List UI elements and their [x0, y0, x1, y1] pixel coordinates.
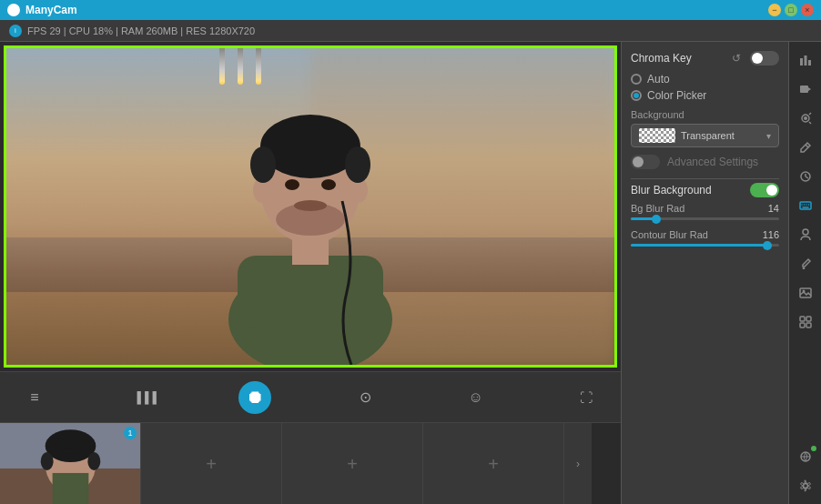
- svg-point-39: [803, 229, 808, 235]
- video-content: [6, 48, 614, 365]
- svg-point-9: [285, 179, 299, 190]
- divider-1: [631, 178, 779, 179]
- bg-blur-rad-label: Bg Blur Rad: [631, 203, 684, 214]
- color-picker-radio-dot: [631, 90, 642, 101]
- svg-rect-20: [800, 58, 803, 66]
- svg-rect-17: [53, 473, 89, 504]
- bg-blur-rad-slider-row: Bg Blur Rad 14: [631, 203, 779, 220]
- svg-rect-43: [806, 317, 811, 321]
- svg-point-48: [803, 484, 807, 489]
- add-source-4[interactable]: +: [423, 423, 564, 504]
- minimize-button[interactable]: −: [768, 4, 781, 16]
- camera-icon: ⊙: [360, 388, 371, 406]
- add-source-3[interactable]: +: [282, 423, 423, 504]
- chroma-key-toggle-knob: [752, 53, 763, 64]
- add-source-2[interactable]: +: [141, 423, 282, 504]
- svg-rect-44: [800, 323, 805, 328]
- thumb-badge-1: 1: [124, 427, 137, 439]
- sidebar-icon-globe[interactable]: [793, 444, 818, 469]
- chroma-key-reset[interactable]: ↺: [728, 52, 745, 65]
- main-layout: ≡ ▐▐▐ ⏺ ⊙ ☺ ⛶: [0, 42, 821, 504]
- blur-background-toggle-knob: [766, 185, 777, 196]
- advanced-settings-toggle[interactable]: [631, 155, 660, 169]
- thumb-person-1: [0, 423, 140, 504]
- close-button[interactable]: ×: [801, 4, 814, 16]
- svg-line-29: [806, 145, 808, 147]
- advanced-settings-label: Advanced Settings: [667, 156, 758, 168]
- stats-text: FPS 29 | CPU 18% | RAM 260MB | RES 1280X…: [27, 25, 255, 36]
- contour-blur-rad-value: 116: [763, 229, 779, 240]
- video-frame: [4, 45, 617, 368]
- sidebar-icon-grid[interactable]: [793, 309, 818, 335]
- add-icon-4: +: [488, 454, 499, 475]
- sidebar-icon-brush[interactable]: [793, 251, 818, 277]
- right-panel: Chroma Key ↺ Auto Color Picker: [621, 42, 821, 504]
- chroma-key-options: Auto Color Picker: [631, 73, 779, 102]
- background-label: Background: [631, 109, 779, 120]
- background-value: Transparent: [681, 130, 766, 141]
- sidebar-icon-audio[interactable]: [793, 106, 818, 131]
- maximize-button[interactable]: □: [785, 4, 797, 16]
- auto-radio-dot: [631, 74, 642, 85]
- app-title: ManyCam: [25, 4, 77, 16]
- contour-blur-rad-header: Contour Blur Rad 116: [631, 229, 779, 240]
- sidebar-icon-person[interactable]: [793, 222, 818, 247]
- fullscreen-button[interactable]: ⛶: [570, 381, 603, 414]
- blur-background-toggle[interactable]: [750, 183, 779, 197]
- svg-point-26: [804, 116, 807, 120]
- advanced-settings-toggle-knob: [633, 156, 644, 167]
- bg-blur-rad-thumb[interactable]: [652, 215, 661, 224]
- add-icon-3: +: [347, 454, 358, 475]
- sidebar-icon-keyboard[interactable]: [793, 193, 818, 218]
- svg-rect-33: [800, 202, 811, 209]
- bg-blur-rad-track[interactable]: [631, 217, 779, 220]
- svg-rect-45: [806, 323, 811, 328]
- blur-background-row: Blur Background: [631, 183, 779, 197]
- thumb-bg-1: [0, 423, 140, 504]
- thumbnails-arrow[interactable]: ›: [564, 423, 592, 504]
- layers-icon: ▐▐▐: [133, 391, 157, 404]
- sidebar-icon-image[interactable]: [793, 280, 818, 306]
- camera-button[interactable]: ⊙: [350, 381, 382, 414]
- contour-blur-rad-slider-row: Contour Blur Rad 116: [631, 229, 779, 247]
- arrow-icon: ›: [576, 458, 580, 470]
- color-picker-radio-label: Color Picker: [647, 89, 706, 102]
- chroma-key-toggle[interactable]: [750, 51, 779, 66]
- contour-blur-rad-track[interactable]: [631, 244, 779, 247]
- svg-rect-22: [808, 60, 811, 66]
- icon-sidebar: [788, 42, 821, 504]
- infobar: i FPS 29 | CPU 18% | RAM 260MB | RES 128…: [0, 20, 821, 42]
- advanced-settings-row: Advanced Settings: [631, 155, 779, 169]
- color-picker-radio-item[interactable]: Color Picker: [631, 89, 779, 102]
- record-button[interactable]: ⏺: [238, 381, 271, 414]
- sidebar-icon-clock[interactable]: [793, 164, 818, 189]
- bg-blur-rad-value: 14: [768, 203, 779, 214]
- layers-button[interactable]: ▐▐▐: [128, 381, 161, 414]
- bottom-toolbar: ≡ ▐▐▐ ⏺ ⊙ ☺ ⛶: [0, 371, 621, 422]
- background-display[interactable]: Transparent ▾: [631, 124, 779, 147]
- thumbnail-1[interactable]: 1: [0, 423, 141, 504]
- transparent-preview: [639, 128, 675, 143]
- contour-blur-rad-label: Contour Blur Rad: [631, 229, 708, 240]
- contour-blur-rad-thumb[interactable]: [763, 241, 772, 250]
- svg-rect-21: [804, 55, 806, 66]
- menu-button[interactable]: ≡: [18, 381, 51, 414]
- auto-radio-label: Auto: [647, 73, 670, 86]
- sidebar-icon-video[interactable]: [793, 76, 818, 102]
- add-icon-2: +: [206, 454, 217, 475]
- svg-rect-23: [800, 86, 808, 93]
- info-icon: i: [9, 25, 22, 37]
- sidebar-icon-pen[interactable]: [793, 135, 818, 160]
- sidebar-icon-barchart[interactable]: [793, 47, 818, 73]
- record-icon: ⏺: [246, 387, 264, 408]
- background-selector[interactable]: Transparent ▾: [631, 124, 779, 147]
- chroma-key-header: Chroma Key ↺: [631, 51, 779, 66]
- svg-marker-24: [808, 87, 811, 91]
- chevron-down-icon: ▾: [766, 131, 771, 141]
- sidebar-icon-gear[interactable]: [793, 473, 818, 499]
- titlebar-controls: − □ ×: [768, 4, 814, 16]
- auto-radio-item[interactable]: Auto: [631, 73, 779, 86]
- settings-panel: Chroma Key ↺ Auto Color Picker: [622, 42, 788, 504]
- left-panel: ≡ ▐▐▐ ⏺ ⊙ ☺ ⛶: [0, 42, 621, 504]
- mask-button[interactable]: ☺: [460, 381, 492, 414]
